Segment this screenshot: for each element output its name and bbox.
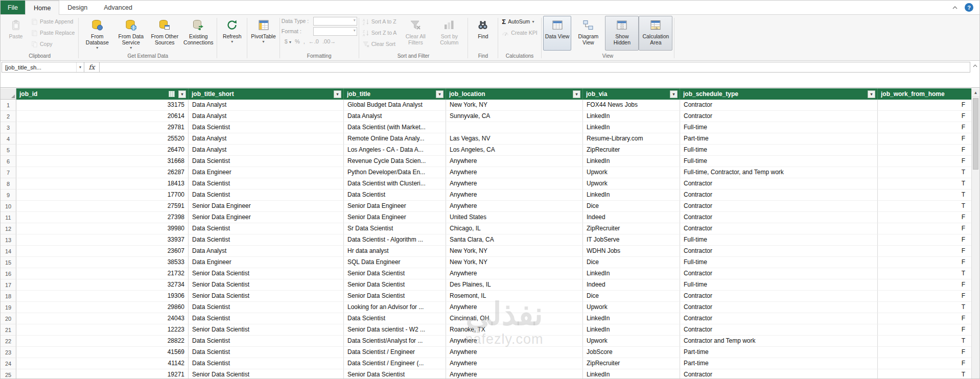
data-view-button[interactable]: Data View	[543, 16, 572, 51]
row-number[interactable]: 25	[1, 369, 16, 378]
row-number[interactable]: 22	[1, 336, 16, 347]
scroll-up-icon[interactable]: ▲	[972, 88, 979, 97]
row-number[interactable]: 12	[1, 223, 16, 234]
diagram-view-button[interactable]: Diagram View	[571, 16, 605, 51]
cell-job_schedule_type[interactable]: Contractor and Temp work	[680, 336, 878, 347]
cell-job_id[interactable]: 26287	[16, 167, 189, 178]
cell-job_schedule_type[interactable]: Part-time	[680, 347, 878, 358]
data-type-select[interactable]	[313, 17, 357, 26]
format-select[interactable]	[313, 27, 357, 36]
cell-job_title_short[interactable]: Senior Data Scientist	[189, 324, 344, 336]
cell-job_location[interactable]: Rosemont, IL	[446, 291, 583, 302]
cell-job_title_short[interactable]: Data Scientist	[189, 178, 344, 190]
cell-job_location[interactable]: Cincinnati, OH	[446, 313, 583, 324]
formula-input[interactable]	[100, 62, 970, 73]
cell-job_location[interactable]: Anywhere	[446, 178, 583, 190]
cell-job_location[interactable]: Roanoke, TX	[446, 324, 583, 336]
cell-job_title[interactable]: Python Developer/Data En...	[344, 167, 446, 178]
cell-job_schedule_type[interactable]: Full-time, Contractor, and Temp work	[680, 167, 878, 178]
cell-job_via[interactable]: Indeed	[583, 279, 680, 291]
cell-job_via[interactable]: Dice	[583, 291, 680, 302]
cell-job_id[interactable]: 29781	[16, 122, 189, 133]
row-number[interactable]: 3	[1, 122, 16, 133]
expand-formula-bar-icon[interactable]	[972, 63, 978, 69]
from-other-sources-button[interactable]: From Other Sources	[148, 16, 181, 51]
cell-job_title_short[interactable]: Data Scientist	[189, 223, 344, 234]
cell-job_id[interactable]: 19271	[16, 369, 189, 378]
cell-job_work_from_home[interactable]: F	[878, 111, 975, 122]
cell-job_title_short[interactable]: Data Scientist	[189, 122, 344, 133]
row-number[interactable]: 11	[1, 212, 16, 223]
cell-job_via[interactable]: LinkedIn	[583, 313, 680, 324]
cell-job_schedule_type[interactable]: Contractor	[680, 212, 878, 223]
row-number[interactable]: 4	[1, 133, 16, 145]
column-header-job_id[interactable]: job_id▾	[16, 88, 189, 100]
cell-job_work_from_home[interactable]: F	[878, 347, 975, 358]
cell-job_work_from_home[interactable]: F	[878, 122, 975, 133]
cell-job_id[interactable]: 32734	[16, 279, 189, 291]
cell-job_via[interactable]: Dice	[583, 201, 680, 212]
cell-job_work_from_home[interactable]: T	[878, 336, 975, 347]
show-hidden-button[interactable]: Show Hidden	[605, 16, 639, 51]
decrease-decimal-button[interactable]: .00→	[322, 38, 336, 44]
percent-format-button[interactable]: %	[295, 38, 300, 44]
fx-button[interactable]: fx	[84, 62, 100, 73]
cell-job_title_short[interactable]: Data Scientist	[189, 302, 344, 313]
cell-job_title[interactable]: Senior Data Engineer	[344, 212, 446, 223]
clear-all-filters-button[interactable]: Clear All Filters	[399, 16, 432, 51]
filter-dropdown-job_title_short[interactable]: ▾	[334, 90, 341, 98]
cell-job_via[interactable]: LinkedIn	[583, 111, 680, 122]
tab-home[interactable]: Home	[25, 1, 59, 15]
filter-dropdown-job_title[interactable]: ▾	[436, 90, 444, 98]
row-number[interactable]: 14	[1, 246, 16, 257]
cell-job_title_short[interactable]: Senior Data Engineer	[189, 201, 344, 212]
calculation-area-button[interactable]: fx Calculation Area	[639, 16, 672, 51]
row-number[interactable]: 19	[1, 302, 16, 313]
cell-job_work_from_home[interactable]: F	[878, 324, 975, 336]
tab-design[interactable]: Design	[59, 1, 96, 14]
cell-job_id[interactable]: 39980	[16, 223, 189, 234]
row-number[interactable]: 13	[1, 234, 16, 246]
cell-job_title_short[interactable]: Senior Data Engineer	[189, 212, 344, 223]
cell-job_id[interactable]: 12223	[16, 324, 189, 336]
cell-job_location[interactable]: Anywhere	[446, 347, 583, 358]
comma-format-button[interactable]: ,	[304, 38, 305, 44]
cell-job_location[interactable]: Chicago, IL	[446, 223, 583, 234]
cell-job_via[interactable]: Resume-Library.com	[583, 133, 680, 145]
row-number[interactable]: 16	[1, 268, 16, 279]
cell-job_title_short[interactable]: Data Scientist	[189, 190, 344, 201]
column-header-job_schedule_type[interactable]: job_schedule_type▾	[680, 88, 878, 100]
cell-job_title_short[interactable]: Data Scientist	[189, 156, 344, 167]
row-number[interactable]: 10	[1, 201, 16, 212]
cell-job_schedule_type[interactable]: Contractor	[680, 111, 878, 122]
row-number[interactable]: 5	[1, 145, 16, 156]
paste-replace-button[interactable]: Paste Replace	[29, 28, 77, 38]
from-database-button[interactable]: From Database▾	[80, 16, 114, 51]
column-header-job_via[interactable]: job_via▾	[583, 88, 680, 100]
cell-job_via[interactable]: ZipRecruiter	[583, 358, 680, 369]
vertical-scrollbar[interactable]: ▲	[971, 88, 979, 378]
create-kpi-button[interactable]: Create KPI	[500, 28, 539, 38]
cell-job_id[interactable]: 18413	[16, 178, 189, 190]
cell-job_id[interactable]: 27398	[16, 212, 189, 223]
cell-job_schedule_type[interactable]: Contractor	[680, 100, 878, 111]
cell-job_schedule_type[interactable]: Contractor	[680, 178, 878, 190]
column-header-job_work_from_home[interactable]: job_work_from_home	[878, 88, 975, 100]
cell-job_id[interactable]: 29860	[16, 302, 189, 313]
cell-job_title_short[interactable]: Data Scientist	[189, 347, 344, 358]
cell-job_id[interactable]: 26470	[16, 145, 189, 156]
cell-job_location[interactable]: New York, NY	[446, 100, 583, 111]
cell-job_schedule_type[interactable]: Contractor	[680, 302, 878, 313]
cell-job_location[interactable]: Anywhere	[446, 369, 583, 378]
cell-job_title_short[interactable]: Data Scientist	[189, 313, 344, 324]
row-number[interactable]: 15	[1, 257, 16, 268]
cell-job_via[interactable]: Upwork	[583, 336, 680, 347]
cell-job_schedule_type[interactable]: Contractor	[680, 190, 878, 201]
autosum-button[interactable]: Σ AutoSum ▾	[500, 16, 539, 27]
cell-job_work_from_home[interactable]: F	[878, 257, 975, 268]
cell-job_location[interactable]: Los Angeles, CA	[446, 145, 583, 156]
cell-job_work_from_home[interactable]: T	[878, 190, 975, 201]
cell-job_location[interactable]: United States	[446, 212, 583, 223]
cell-job_title[interactable]: Senior Data Scientist	[344, 291, 446, 302]
cell-job_id[interactable]: 31668	[16, 156, 189, 167]
